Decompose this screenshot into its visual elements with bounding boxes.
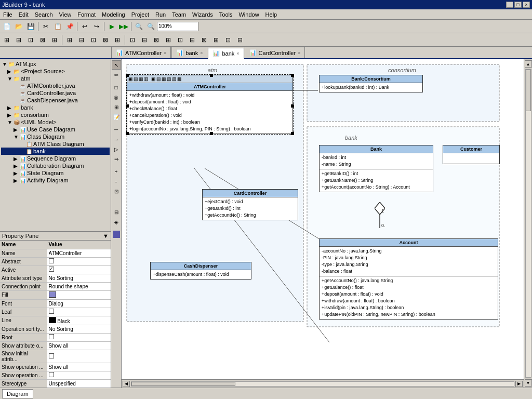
tab-atmcontroller-close[interactable]: × xyxy=(164,50,166,56)
menu-run[interactable]: Run xyxy=(152,10,169,19)
tree-item-collaboration[interactable]: ▶📊Collaboration Diagram xyxy=(1,162,110,169)
tb2-btn19[interactable]: ⊡ xyxy=(222,34,234,46)
tree-item-state[interactable]: ▶📊State Diagram xyxy=(1,169,110,177)
diagram-tab[interactable]: Diagram xyxy=(2,389,33,398)
tab-bank2[interactable]: 📊 bank × xyxy=(208,48,244,59)
scroll-down[interactable]: ▼ xyxy=(525,379,532,387)
menu-view[interactable]: View xyxy=(56,10,75,19)
right-scroll[interactable]: ▲ ▼ xyxy=(524,59,532,388)
tab-bank2-close[interactable]: × xyxy=(236,51,239,56)
tb2-btn2[interactable]: ⊟ xyxy=(13,34,24,46)
tool-pointer[interactable]: ✏ xyxy=(112,70,121,79)
tool-zoom-out[interactable]: - xyxy=(112,177,121,186)
tb2-btn6[interactable]: ⊞ xyxy=(64,34,75,46)
horizontal-scrollbar[interactable]: ◀ ▶ xyxy=(122,379,524,388)
leaf-checkbox[interactable] xyxy=(49,309,54,314)
tree-item-classdiagram[interactable]: ▼📊Class Diagram xyxy=(1,133,110,140)
tb2-btn12[interactable]: ⊟ xyxy=(139,34,150,46)
scroll-right[interactable]: ▶ xyxy=(515,381,523,387)
tb2-btn7[interactable]: ⊟ xyxy=(76,34,87,46)
tb2-btn15[interactable]: ⊡ xyxy=(175,34,186,46)
tab-cardcontroller-close[interactable]: × xyxy=(298,50,300,56)
tb2-btn1[interactable]: ⊞ xyxy=(1,34,12,46)
tree-item-cardcontroller-java[interactable]: ☕CardController.java xyxy=(1,89,110,97)
menu-wizards[interactable]: Wizards xyxy=(189,10,216,19)
copy-button[interactable]: 📋 xyxy=(52,21,63,32)
tree-item-activity[interactable]: ▶📊Activity Diagram xyxy=(1,177,110,184)
canvas-scroll[interactable]: atm consortium bank xyxy=(122,59,524,379)
abstract-checkbox[interactable] xyxy=(49,258,54,263)
tb2-btn8[interactable]: ⊡ xyxy=(88,34,99,46)
tb2-btn18[interactable]: ⊞ xyxy=(210,34,222,46)
tab-bank1-close[interactable]: × xyxy=(200,50,203,56)
tree-item-bank-selected[interactable]: 📋bank xyxy=(1,148,110,155)
root-checkbox[interactable] xyxy=(49,334,54,339)
line-color-box[interactable] xyxy=(49,317,56,323)
run-button[interactable]: ▶ xyxy=(106,21,117,32)
class-bankconsortium[interactable]: Bank:Consortium +lookupBank(bankId : int… xyxy=(319,75,423,92)
active-checkbox[interactable] xyxy=(49,267,54,272)
menu-modeling[interactable]: Modeling xyxy=(99,10,128,19)
tb2-btn16[interactable]: ⊟ xyxy=(187,34,198,46)
tree-item-project-source[interactable]: ▶📂<Project Source> xyxy=(1,68,110,75)
class-customer[interactable]: Customer xyxy=(443,145,500,164)
tool-select[interactable]: ↖ xyxy=(112,60,121,70)
tb2-btn9[interactable]: ⊠ xyxy=(100,34,111,46)
tool-extra1[interactable]: ⊟ xyxy=(112,207,121,217)
undo-button[interactable]: ↩ xyxy=(79,21,90,32)
tool-generalize[interactable]: ▷ xyxy=(112,144,121,154)
menu-format[interactable]: Format xyxy=(74,10,99,19)
close-button[interactable]: × xyxy=(523,2,530,8)
tool-color[interactable] xyxy=(113,231,120,238)
tab-atmcontroller[interactable]: 📊 ATMController × xyxy=(111,47,171,58)
tb2-btn3[interactable]: ⊡ xyxy=(25,34,36,46)
menu-search[interactable]: Search xyxy=(32,10,56,19)
tb2-btn11[interactable]: ⊡ xyxy=(127,34,138,46)
tool-dependency[interactable]: → xyxy=(112,135,121,144)
show-init-attr-checkbox[interactable] xyxy=(49,353,54,358)
tree-item-atmcontroller-java[interactable]: ☕ATMController.java xyxy=(1,82,110,89)
scroll-left[interactable]: ◀ xyxy=(123,381,130,387)
redo-button[interactable]: ↪ xyxy=(91,21,102,32)
tb2-btn4[interactable]: ⊠ xyxy=(37,34,48,46)
tab-bank1[interactable]: 📊 bank × xyxy=(171,47,207,58)
open-button[interactable]: 📂 xyxy=(13,21,24,32)
tb2-btn20[interactable]: ⊟ xyxy=(234,34,246,46)
tb2-btn17[interactable]: ⊠ xyxy=(198,34,210,46)
tool-package[interactable]: ⊞ xyxy=(112,102,121,112)
tool-note[interactable]: 📝 xyxy=(112,112,121,122)
tb2-btn5[interactable]: ⊞ xyxy=(49,34,60,46)
maximize-button[interactable]: □ xyxy=(514,2,522,8)
zoom-input[interactable] xyxy=(157,22,198,31)
zoom-in-button[interactable]: 🔍 xyxy=(133,21,144,32)
show-op2-checkbox[interactable] xyxy=(49,372,54,377)
paste-button[interactable]: 📌 xyxy=(64,21,75,32)
menu-help[interactable]: Help xyxy=(262,10,281,19)
tree-item-sequence[interactable]: ▶📊Sequence Diagram xyxy=(1,155,110,162)
menu-team[interactable]: Team xyxy=(169,10,189,19)
tree-item-uml-model[interactable]: ▼📦<UML Model> xyxy=(1,118,110,126)
tool-extra2[interactable]: ◈ xyxy=(112,217,121,227)
menu-project[interactable]: Project xyxy=(128,10,152,19)
tree-item-atm-class[interactable]: 📋ATM Class Diagram xyxy=(1,140,110,148)
zoom-out-button[interactable]: 🔍 xyxy=(145,21,156,32)
scroll-thumb[interactable] xyxy=(131,382,235,386)
cut-button[interactable]: ✂ xyxy=(40,21,51,32)
menu-edit[interactable]: Edit xyxy=(16,10,32,19)
tree-item-usecase[interactable]: ▶📊Use Case Diagram xyxy=(1,126,110,133)
tree-item-cashdispenser-java[interactable]: ☕CashDispenser.java xyxy=(1,97,110,104)
tree-item-atm[interactable]: ▼📁atm xyxy=(1,75,110,82)
class-bank[interactable]: Bank -bankId : int -name : String +getBa… xyxy=(319,145,433,192)
tab-cardcontroller[interactable]: 📊 CardController × xyxy=(245,47,305,58)
tool-interface[interactable]: ◎ xyxy=(112,92,121,102)
menu-tools[interactable]: Tools xyxy=(216,10,236,19)
fill-color-box[interactable] xyxy=(49,291,56,298)
vscroll-thumb[interactable] xyxy=(526,70,531,111)
prop-name-input[interactable] xyxy=(49,250,110,256)
tb2-btn13[interactable]: ⊠ xyxy=(151,34,162,46)
menu-file[interactable]: File xyxy=(0,10,16,19)
class-cashdispenser[interactable]: CashDispenser +dispenseCash(amount : flo… xyxy=(150,262,251,280)
window-controls[interactable]: _ □ × xyxy=(506,2,530,8)
new-button[interactable]: 📄 xyxy=(1,21,12,32)
tool-fit[interactable]: ⊡ xyxy=(112,187,121,196)
